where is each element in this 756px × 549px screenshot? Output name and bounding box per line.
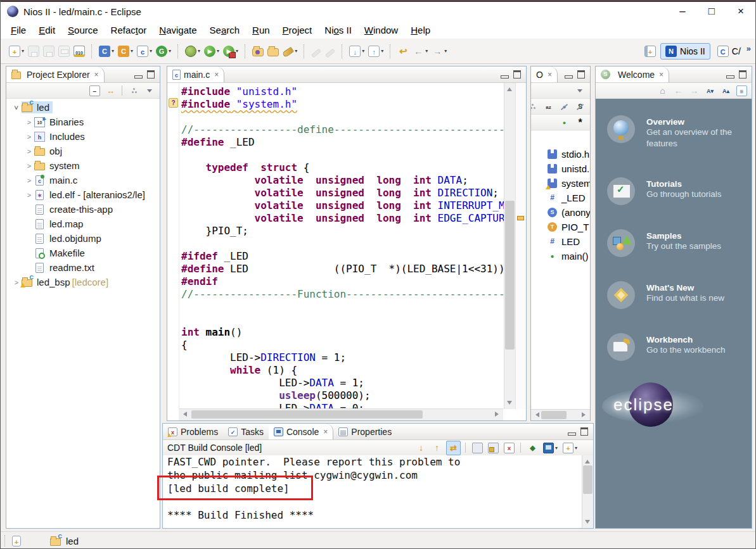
focus-dots-button[interactable]: [526, 100, 539, 113]
display-console-button[interactable]: ▾: [542, 441, 559, 455]
welcome-link-samples[interactable]: SamplesTry out the samples: [607, 229, 741, 257]
customize-button[interactable]: [735, 84, 748, 98]
dropdown-arrow-icon[interactable]: ▾: [362, 48, 364, 54]
chevron-expanded-icon[interactable]: >: [13, 103, 20, 113]
outline-item-unistd-h[interactable]: unistd.h: [531, 161, 590, 176]
binary-010-button[interactable]: [72, 44, 86, 58]
welcome-link-what-s-new[interactable]: What's NewFind out what is new: [607, 281, 741, 309]
scrollbar-thumb[interactable]: [541, 411, 567, 419]
scroll-right-arrow[interactable]: [582, 412, 588, 417]
menu-window[interactable]: Window: [358, 25, 404, 35]
minimize-view-icon[interactable]: [726, 75, 734, 79]
fast-view-icon[interactable]: [12, 536, 21, 546]
link-with-editor-button[interactable]: [104, 84, 117, 98]
chevron-collapsed-icon[interactable]: >: [24, 162, 34, 170]
new-wizard-button[interactable]: ▾: [8, 44, 25, 58]
console-vertical-scrollbar[interactable]: [582, 455, 593, 528]
welcome-link-tutorials[interactable]: TutorialsGo through tutorials: [607, 177, 741, 205]
nav-forward-button[interactable]: [688, 84, 701, 98]
sort-az-button[interactable]: [542, 100, 555, 113]
close-icon[interactable]: ×: [323, 427, 328, 436]
dropdown-arrow-icon[interactable]: ▾: [131, 48, 133, 54]
import-folder-button[interactable]: [251, 45, 265, 58]
minimize-view-icon[interactable]: [134, 75, 143, 79]
menu-navigate[interactable]: Navigate: [153, 25, 203, 35]
outline-item-led[interactable]: _LED: [531, 191, 590, 205]
scroll-up-arrow[interactable]: [507, 85, 512, 91]
editor-vertical-scrollbar[interactable]: [504, 83, 515, 409]
external-tools-button[interactable]: ▾: [222, 44, 240, 58]
tab-console[interactable]: Console×: [269, 424, 333, 439]
chevron-collapsed-icon[interactable]: >: [24, 177, 34, 184]
perspective-c-button[interactable]: C/: [713, 44, 745, 59]
dropdown-arrow-icon[interactable]: ▾: [217, 48, 219, 54]
tree-item-led-objdump[interactable]: led.objdump: [6, 231, 160, 246]
perspective-overflow-chevron[interactable]: »: [746, 44, 751, 53]
font-smaller-button[interactable]: [703, 84, 717, 98]
new-source-file-button[interactable]: ▾: [136, 44, 153, 58]
chevron-collapsed-icon[interactable]: >: [24, 118, 34, 126]
close-icon[interactable]: ×: [214, 70, 219, 79]
menu-search[interactable]: Search: [203, 25, 247, 35]
outline-item-main[interactable]: main(): [531, 249, 590, 263]
dropdown-arrow-icon[interactable]: ▾: [112, 48, 114, 54]
tab-outline[interactable]: O ×: [531, 66, 558, 82]
minimize-view-icon[interactable]: [568, 432, 576, 436]
hide-static-button[interactable]: [573, 100, 587, 113]
pin-console-button[interactable]: [526, 441, 539, 455]
tree-item-led-bsp[interactable]: >led_bsp [ledcore]: [6, 275, 160, 289]
dropdown-arrow-icon[interactable]: ▾: [150, 48, 152, 54]
previous-annotation-button[interactable]: ▾: [367, 44, 385, 58]
tab-welcome[interactable]: Welcome ×: [596, 66, 669, 82]
dropdown-arrow-icon[interactable]: ▾: [198, 48, 200, 54]
new-class-button[interactable]: ▾: [155, 44, 172, 58]
outline-horizontal-scrollbar[interactable]: [531, 409, 590, 420]
home-button[interactable]: [656, 84, 669, 98]
dropdown-arrow-icon[interactable]: ▾: [169, 48, 171, 54]
run-button[interactable]: ▾: [203, 44, 221, 58]
code-area[interactable]: #include "unistd.h"#include "system.h" /…: [179, 83, 504, 409]
help-marker-icon[interactable]: ?: [169, 98, 178, 108]
focus-dots-button[interactable]: [127, 84, 141, 98]
show-on-change-button[interactable]: [446, 441, 461, 455]
tab-tasks[interactable]: Tasks: [223, 424, 269, 439]
clear-console-button[interactable]: [503, 441, 516, 455]
dropdown-arrow-icon[interactable]: ▾: [425, 48, 428, 54]
tree-item-system[interactable]: >system: [6, 158, 160, 173]
minimize-view-icon[interactable]: [565, 75, 573, 79]
close-icon[interactable]: ×: [94, 70, 99, 79]
scroll-left-arrow[interactable]: [533, 412, 539, 417]
show-stderr-button[interactable]: [487, 441, 500, 455]
outline-item-system-h[interactable]: system.h: [531, 176, 590, 191]
tree-item-led-map[interactable]: led.map: [6, 217, 160, 231]
menu-refactor[interactable]: Refactor: [105, 25, 153, 35]
dropdown-arrow-icon[interactable]: ▾: [295, 48, 297, 54]
collapse-all-button[interactable]: [88, 84, 101, 98]
editor-horizontal-scrollbar[interactable]: [179, 408, 503, 420]
tree-item-readme-txt[interactable]: readme.txt: [6, 260, 160, 275]
search-flashlight-button[interactable]: ▾: [281, 46, 298, 56]
scrollbar-thumb[interactable]: [191, 410, 423, 419]
tree-item-makefile[interactable]: Makefile: [6, 246, 160, 260]
dropdown-arrow-icon[interactable]: ▾: [22, 48, 24, 54]
dropdown-arrow-icon[interactable]: ▾: [381, 48, 383, 54]
next-error-button[interactable]: [414, 441, 428, 455]
open-perspective-button[interactable]: [643, 44, 657, 58]
dropdown-arrow-icon[interactable]: ▾: [444, 48, 447, 54]
view-menu-button[interactable]: [573, 84, 587, 98]
dropdown-arrow-icon[interactable]: ▾: [236, 48, 238, 54]
nav-back-button[interactable]: [672, 84, 685, 98]
tab-project-explorer[interactable]: Project Explorer ×: [6, 66, 105, 82]
tree-item-obj[interactable]: >obj: [6, 144, 160, 158]
close-icon[interactable]: ×: [659, 70, 663, 79]
menu-nios-ii[interactable]: Nios II: [318, 25, 358, 35]
welcome-link-workbench[interactable]: WorkbenchGo to the workbench: [607, 333, 741, 361]
chevron-collapsed-icon[interactable]: >: [24, 133, 34, 141]
outline-item-led[interactable]: LED: [531, 234, 590, 249]
menu-file[interactable]: File: [4, 25, 32, 35]
show-green-button[interactable]: [558, 116, 571, 129]
maximize-button[interactable]: □: [697, 2, 726, 21]
open-console-button[interactable]: ▾: [561, 441, 579, 455]
tree-item-create-this-app[interactable]: create-this-app: [6, 202, 160, 217]
tab-problems[interactable]: Problems: [163, 424, 223, 439]
